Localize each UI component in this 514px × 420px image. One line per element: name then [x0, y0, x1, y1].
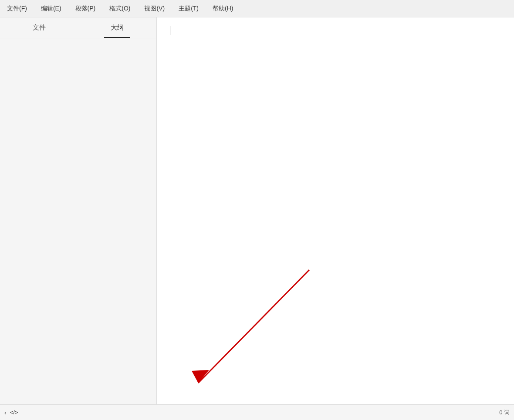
- tab-outline[interactable]: 大纲: [78, 17, 157, 38]
- tab-outline-label: 大纲: [111, 24, 124, 32]
- menubar: 文件(F) 编辑(E) 段落(P) 格式(O) 视图(V) 主题(T) 帮助(H…: [0, 0, 514, 17]
- sidebar-tabs: 文件 大纲: [0, 17, 156, 38]
- sidebar: 文件 大纲: [0, 17, 157, 404]
- tab-files[interactable]: 文件: [0, 17, 78, 38]
- statusbar-tag[interactable]: </>: [10, 409, 18, 416]
- svg-marker-1: [192, 370, 209, 383]
- editor-area[interactable]: [157, 17, 514, 404]
- menu-edit[interactable]: 编辑(E): [38, 3, 64, 14]
- word-count: 0 词: [499, 409, 510, 417]
- menu-help[interactable]: 帮助(H): [210, 3, 236, 14]
- menu-paragraph[interactable]: 段落(P): [73, 3, 98, 14]
- annotation-arrow: [157, 17, 514, 404]
- menu-format[interactable]: 格式(O): [107, 3, 133, 14]
- main-layout: 文件 大纲: [0, 17, 514, 404]
- statusbar: ‹ </> 0 词: [0, 404, 514, 420]
- menu-view[interactable]: 视图(V): [142, 3, 167, 14]
- menu-file[interactable]: 文件(F): [4, 3, 30, 14]
- text-cursor: [170, 26, 170, 35]
- sidebar-content: [0, 38, 156, 404]
- menu-theme[interactable]: 主题(T): [176, 3, 201, 14]
- svg-line-0: [198, 270, 309, 383]
- statusbar-left: ‹ </>: [4, 409, 18, 416]
- tab-files-label: 文件: [33, 24, 46, 32]
- statusbar-chevron[interactable]: ‹: [4, 409, 7, 416]
